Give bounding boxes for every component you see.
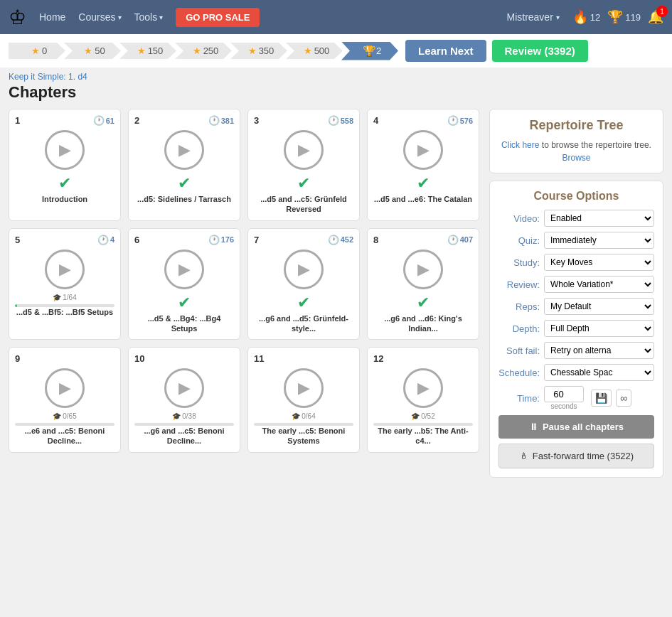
play-button-12[interactable]: ▶ [403, 368, 443, 408]
notification-bell[interactable]: 🔔 1 [648, 9, 663, 25]
progress-step-500-label: 500 [314, 45, 330, 56]
play-button-10[interactable]: ▶ [164, 368, 204, 408]
chapter-card-3[interactable]: 3 🕐558 ▶ ✔ ...d5 and ...c5: Grünfeld Rev… [247, 109, 360, 221]
option-select-review[interactable]: Whole Variation* [544, 276, 654, 293]
progress-step-500[interactable]: ★ 500 [286, 43, 343, 59]
chapter-number-3: 3 [254, 115, 259, 126]
nav-tools-dropdown[interactable]: Tools ▾ [134, 11, 164, 23]
pause-all-chapters-button[interactable]: ⏸ Pause all chapters [498, 415, 654, 439]
chapter-card-9[interactable]: 9 ▶ 🎓0/65 ...e6 and ...c5: Benoni Declin… [9, 347, 121, 453]
chapter-card-8[interactable]: 8 🕐407 ▶ ✔ ...g6 and ...d6: King's India… [367, 228, 479, 340]
time-unit-label: seconds [550, 402, 577, 410]
nav-tools-label: Tools [134, 11, 158, 23]
course-options-title: Course Options [498, 190, 654, 203]
nav-tools-chevron: ▾ [159, 14, 163, 21]
progress-step-250[interactable]: ★ 250 [175, 43, 232, 59]
option-select-quiz[interactable]: Immediately [544, 232, 654, 249]
main-content: 1 🕐61 ▶ ✔ Introduction 2 🕐381 ▶ ✔ ...d5:… [0, 103, 672, 490]
rep-tree-description: Click here to browse the repertoire tree… [498, 139, 654, 164]
play-button-11[interactable]: ▶ [284, 368, 324, 408]
time-action-icons: 💾 ∞ [591, 390, 631, 407]
nav-courses-chevron: ▾ [118, 14, 122, 21]
completion-check-4: ✔ [373, 174, 473, 193]
username-label: Mistreaver [506, 11, 553, 23]
rep-tree-static-text: to browse the repertoire tree. [542, 140, 651, 150]
play-button-9[interactable]: ▶ [45, 368, 85, 408]
progress-step-flame[interactable]: 🏆 2 [341, 42, 398, 60]
card-header-12: 12 [373, 353, 473, 364]
clock-icon: 🕐 [208, 115, 220, 126]
play-button-1[interactable]: ▶ [45, 130, 85, 170]
time-input[interactable] [544, 386, 584, 402]
app-logo: ♔ [9, 6, 26, 29]
progress-step-350-label: 350 [259, 45, 274, 56]
option-row-softfail: Soft fail: Retry on alterna [498, 342, 654, 359]
chapter-label-1: Introduction [15, 194, 114, 213]
star-icon-350: ★ [248, 45, 257, 56]
chapter-clock-1: 🕐61 [93, 115, 114, 126]
option-row-schedule: Schedule: Chessable Spac [498, 364, 654, 381]
progress-step-150[interactable]: ★ 150 [119, 43, 176, 59]
progress-step-50[interactable]: ★ 50 [64, 43, 121, 59]
play-button-8[interactable]: ▶ [403, 250, 443, 289]
card-header-7: 7 🕐452 [254, 235, 353, 245]
chapter-card-5[interactable]: 5 🕐4 ▶ 🎓1/64 ...d5 & ...Bf5: ...Bf5 Setu… [9, 228, 121, 340]
learn-next-button[interactable]: Learn Next [405, 40, 486, 62]
infinite-time-button[interactable]: ∞ [616, 390, 631, 407]
completion-check-8: ✔ [373, 294, 473, 312]
chapter-number-7: 7 [254, 235, 259, 245]
star-icon-250: ★ [193, 45, 201, 56]
time-label: Time: [498, 393, 540, 404]
card-header-5: 5 🕐4 [15, 235, 114, 245]
clock-count: 381 [221, 117, 234, 125]
chapter-number-12: 12 [373, 353, 383, 364]
progress-step-0[interactable]: ★ 0 [9, 43, 65, 59]
option-row-study: Study: Key Moves [498, 254, 654, 271]
chapter-card-12[interactable]: 12 ▶ 🎓0/52 The early ...b5: The Anti-c4.… [367, 347, 479, 453]
option-select-softfail[interactable]: Retry on alterna [544, 342, 654, 359]
save-time-button[interactable]: 💾 [591, 390, 612, 407]
chapter-number-6: 6 [134, 235, 139, 245]
user-menu[interactable]: Mistreaver ▾ [506, 11, 559, 23]
play-button-7[interactable]: ▶ [284, 250, 324, 289]
card-header-6: 6 🕐176 [134, 235, 234, 245]
study-progress-10: 🎓0/38 [134, 412, 234, 420]
chapter-card-2[interactable]: 2 🕐381 ▶ ✔ ...d5: Sidelines / Tarrasch [128, 109, 240, 221]
option-select-depth[interactable]: Full Depth [544, 320, 654, 337]
star-icon-0: ★ [31, 45, 40, 56]
clock-count: 452 [341, 235, 353, 244]
breadcrumb-link[interactable]: Keep it Simple: 1. d4 [9, 72, 87, 82]
chapter-card-1[interactable]: 1 🕐61 ▶ ✔ Introduction [9, 109, 121, 221]
chapter-card-10[interactable]: 10 ▶ 🎓0/38 ...g6 and ...c5: Benoni Decli… [128, 347, 240, 453]
go-pro-button[interactable]: GO PRO SALE [176, 8, 260, 27]
chapter-clock-7: 🕐452 [328, 235, 353, 245]
chapter-card-11[interactable]: 11 ▶ 🎓0/64 The early ...c5: Benoni Syste… [247, 347, 360, 453]
fast-forward-button[interactable]: 🕯 Fast-forward time (3522) [498, 444, 654, 468]
option-select-reps[interactable]: My Default [544, 298, 654, 315]
chapter-card-7[interactable]: 7 🕐452 ▶ ✔ ...g6 and ...d5: Grünfeld-sty… [247, 228, 360, 340]
option-select-study[interactable]: Key Moves [544, 254, 654, 271]
nav-home[interactable]: Home [39, 11, 65, 23]
option-select-schedule[interactable]: Chessable Spac [544, 364, 654, 381]
play-button-6[interactable]: ▶ [164, 250, 204, 289]
play-button-4[interactable]: ▶ [403, 130, 443, 170]
clock-count: 576 [460, 117, 473, 125]
chapter-card-4[interactable]: 4 🕐576 ▶ ✔ ...d5 and ...e6: The Catalan [367, 109, 479, 221]
rep-tree-browse-link[interactable]: Browse [562, 153, 590, 163]
chapter-label-3: ...d5 and ...c5: Grünfeld Reversed [254, 194, 353, 215]
sidebar: Repertoire Tree Click here to browse the… [489, 109, 663, 485]
chapter-card-6[interactable]: 6 🕐176 ▶ ✔ ...d5 & ...Bg4: ...Bg4 Setups [128, 228, 240, 340]
review-button[interactable]: Review (3392) [492, 40, 588, 62]
progress-step-350[interactable]: ★ 350 [230, 43, 287, 59]
option-select-video[interactable]: Enabled [544, 210, 654, 227]
clock-count: 558 [341, 117, 353, 125]
nav-courses-dropdown[interactable]: Courses ▾ [78, 11, 121, 23]
clock-icon: 🕐 [93, 115, 105, 126]
rep-tree-link[interactable]: Click here [501, 140, 539, 150]
chapter-clock-3: 🕐558 [328, 115, 353, 126]
clock-count: 4 [110, 235, 114, 244]
flame-count: 12 [590, 12, 600, 23]
play-button-5[interactable]: ▶ [45, 250, 85, 289]
play-button-2[interactable]: ▶ [164, 130, 204, 170]
play-button-3[interactable]: ▶ [284, 130, 324, 170]
